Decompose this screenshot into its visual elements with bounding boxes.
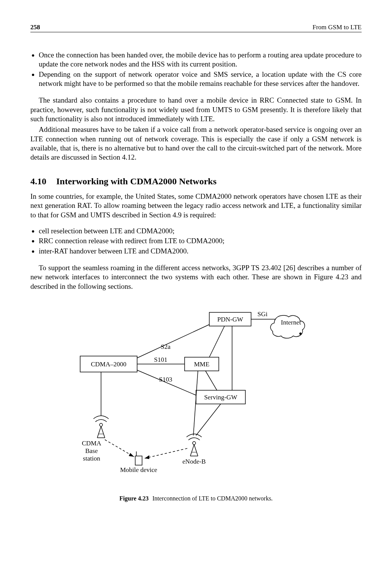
paragraph: In some countries, for example, the Unit…: [30, 192, 362, 220]
svg-line-29: [145, 448, 187, 458]
enodeb-icon: [187, 434, 202, 456]
paragraph: The standard also contains a procedure t…: [30, 96, 362, 124]
node-cdma2000: CDMA–2000: [91, 361, 126, 368]
section-heading: 4.10Interworking with CDMA2000 Networks: [30, 176, 362, 187]
page-header: 258 From GSM to LTE: [30, 24, 362, 32]
svg-point-18: [193, 442, 196, 445]
paragraph: To support the seamless roaming in the d…: [30, 263, 362, 291]
svg-line-23: [196, 404, 221, 435]
page-number: 258: [30, 24, 40, 31]
node-mobile: Mobile device: [120, 466, 157, 473]
bullet-list-section: cell reselection between LTE and CDMA200…: [30, 226, 362, 256]
running-head: From GSM to LTE: [313, 24, 362, 31]
link-sgi: SGi: [258, 310, 268, 318]
svg-line-19: [190, 445, 194, 456]
list-item: inter-RAT handover between LTE and CDMA2…: [39, 247, 362, 256]
svg-point-12: [100, 423, 103, 426]
list-item: RRC connection release with redirect fro…: [39, 236, 362, 245]
list-item: cell reselection between LTE and CDMA200…: [39, 226, 362, 236]
cdma-bs-label-2: Base: [85, 447, 98, 454]
paragraph: Additional measures have to be taken if …: [30, 125, 362, 162]
svg-line-10: [205, 371, 217, 390]
page: 258 From GSM to LTE Once the connection …: [0, 0, 392, 570]
network-diagram: PDN-GW Internet SGi CDMA–2000 MME Servin…: [69, 305, 323, 483]
figure: PDN-GW Internet SGi CDMA–2000 MME Servin…: [30, 305, 362, 502]
svg-marker-30: [145, 455, 149, 459]
svg-rect-25: [135, 456, 142, 465]
node-internet: Internet: [281, 319, 301, 326]
link-s101: S101: [154, 356, 168, 363]
svg-line-14: [101, 426, 105, 438]
cdma-bs-label-1: CDMA: [82, 440, 101, 447]
section-title: Interworking with CDMA2000 Networks: [56, 176, 217, 186]
link-s2a: S2a: [161, 343, 171, 350]
svg-line-20: [194, 445, 198, 456]
cdma-bs-label-3: station: [83, 455, 100, 462]
svg-line-9: [209, 326, 224, 357]
svg-point-1: [299, 332, 302, 335]
node-pdn-gw: PDN-GW: [217, 316, 243, 323]
cdma-base-station-icon: [93, 416, 109, 438]
section-number: 4.10: [30, 176, 46, 186]
body-text: Once the connection has been handed over…: [30, 51, 362, 502]
svg-line-24: [193, 371, 198, 435]
bullet-list-top: Once the connection has been handed over…: [30, 51, 362, 88]
svg-line-13: [97, 426, 101, 438]
node-serving-gw: Serving-GW: [204, 394, 238, 401]
list-item: Depending on the support of network oper…: [39, 70, 362, 89]
mobile-device-icon: [135, 451, 142, 465]
node-enodeb: eNode-B: [182, 458, 205, 465]
node-mme: MME: [194, 361, 210, 368]
svg-line-6: [137, 325, 209, 358]
figure-caption-text: Interconnection of LTE to CDMA2000 netwo…: [152, 495, 273, 502]
link-s103: S103: [159, 376, 172, 383]
figure-label: Figure 4.23: [119, 495, 149, 502]
list-item: Once the connection has been handed over…: [39, 51, 362, 69]
svg-marker-28: [129, 453, 134, 457]
figure-caption: Figure 4.23Interconnection of LTE to CDM…: [119, 495, 273, 502]
